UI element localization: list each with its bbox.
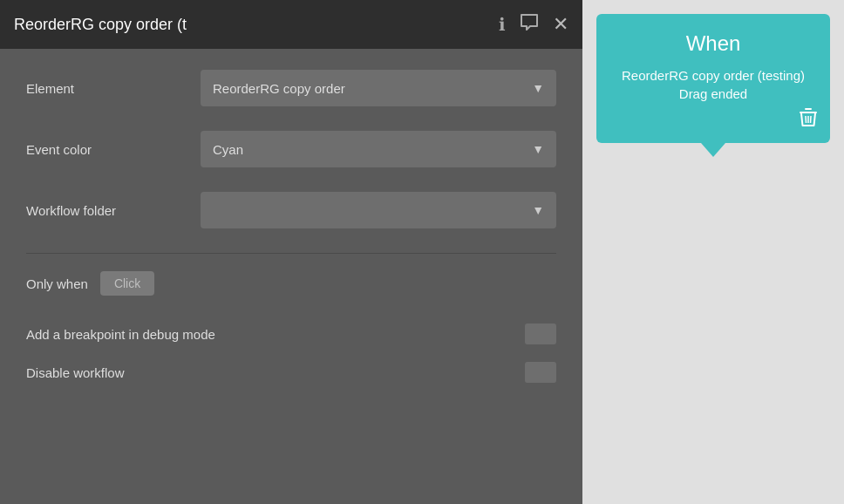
event-color-label: Event color [26,142,201,157]
when-title: When [686,31,741,56]
only-when-row: Only when Click [26,271,556,296]
left-panel: ReorderRG copy order (t ℹ ✕ Element Reor… [0,0,582,504]
workflow-folder-select[interactable]: ▼ [201,192,556,228]
breakpoint-label: Add a breakpoint in debug mode [26,327,215,342]
disable-workflow-toggle[interactable] [525,362,556,383]
window-title: ReorderRG copy order (t [14,16,187,34]
svg-line-4 [811,116,812,123]
disable-workflow-label: Disable workflow [26,365,125,380]
comment-icon[interactable] [520,13,539,36]
only-when-label: Only when [26,276,88,291]
title-bar: ReorderRG copy order (t ℹ ✕ [0,0,582,49]
workflow-folder-row: Workflow folder ▼ [26,192,556,228]
svg-line-2 [806,116,807,123]
element-select-arrow: ▼ [532,81,544,95]
event-color-select-value: Cyan [213,142,243,157]
disable-workflow-row: Disable workflow [26,362,556,383]
workflow-folder-label: Workflow folder [26,203,201,218]
right-panel: When ReorderRG copy order (testing) Drag… [582,0,844,504]
trash-icon[interactable] [799,107,818,133]
breakpoint-toggle[interactable] [525,324,556,344]
event-color-row: Event color Cyan ▼ [26,131,556,167]
svg-rect-0 [800,112,817,113]
form-area: Element ReorderRG copy order ▼ Event col… [0,49,582,504]
divider [26,253,556,254]
close-icon[interactable]: ✕ [553,13,568,36]
element-select-value: ReorderRG copy order [213,81,345,96]
element-label: Element [26,81,201,96]
workflow-folder-select-arrow: ▼ [532,203,544,217]
element-row: Element ReorderRG copy order ▼ [26,70,556,106]
title-icons: ℹ ✕ [499,13,568,36]
when-card: When ReorderRG copy order (testing) Drag… [596,14,830,143]
info-icon[interactable]: ℹ [499,14,506,35]
only-when-click-pill[interactable]: Click [100,271,154,296]
element-select[interactable]: ReorderRG copy order ▼ [201,70,556,106]
event-color-select[interactable]: Cyan ▼ [201,131,556,167]
connector-arrow [701,143,725,157]
when-description: ReorderRG copy order (testing) Drag ende… [610,66,816,103]
svg-rect-1 [805,108,812,110]
event-color-select-arrow: ▼ [532,142,544,156]
breakpoint-row: Add a breakpoint in debug mode [26,324,556,344]
